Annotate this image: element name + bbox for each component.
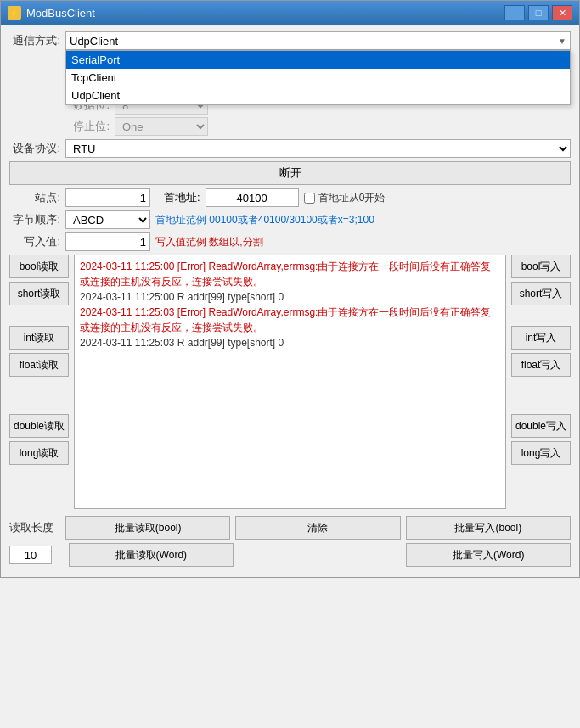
log-entry-2: 2024-03-11 11:25:03 [Error] ReadWordArra…: [80, 305, 500, 335]
bottom-area: 读取长度 批量读取(bool) 清除 批量写入(bool) 批量读取(Word)…: [9, 516, 571, 567]
byte-order-row: 字节顺序: ABCD 首地址范例 00100或者40100/30100或者x=3…: [9, 210, 571, 229]
main-operation-area: bool读取 short读取 int读取 float读取 double读取 lo…: [9, 255, 571, 509]
int-write-button[interactable]: int写入: [511, 326, 571, 350]
close-button[interactable]: ✕: [552, 5, 572, 20]
comm-dropdown-trigger[interactable]: UdpClient ▼: [65, 31, 571, 50]
int-read-button[interactable]: int读取: [9, 326, 69, 350]
batch-bool-write-button[interactable]: 批量写入(bool): [406, 516, 571, 540]
right-buttons: bool写入 short写入 int写入 float写入 double写入 lo…: [511, 255, 571, 509]
address-from-zero-checkbox[interactable]: [304, 193, 315, 204]
disconnect-button[interactable]: 断开: [9, 161, 571, 185]
write-hint: 写入值范例 数组以,分割: [155, 235, 263, 249]
batch-word-read-button[interactable]: 批量读取(Word): [69, 543, 234, 567]
stopbit-label: 停止位:: [69, 119, 110, 134]
read-length-input[interactable]: [9, 546, 52, 564]
address-input[interactable]: [206, 188, 299, 207]
comm-dropdown-arrow: ▼: [558, 36, 566, 46]
short-write-button[interactable]: short写入: [511, 282, 571, 305]
comm-selected-value: UdpClient: [70, 35, 118, 48]
long-read-button[interactable]: long读取: [9, 441, 69, 465]
address-label: 首地址:: [164, 190, 200, 205]
window-title: ModBusClient: [26, 7, 95, 20]
stopbit-select[interactable]: One: [115, 117, 208, 136]
content-area: 通信方式: UdpClient ▼ SerialPort TcpClient U…: [1, 25, 579, 577]
address-hint: 首地址范例 00100或者40100/30100或者x=3;100: [155, 213, 374, 227]
short-read-button[interactable]: short读取: [9, 282, 69, 305]
byte-order-label: 字节顺序:: [9, 212, 60, 227]
read-length-row: 读取长度 批量读取(bool) 清除 批量写入(bool): [9, 516, 571, 540]
write-value-input[interactable]: [65, 232, 150, 251]
write-value-label: 写入值:: [9, 234, 60, 249]
log-area[interactable]: 2024-03-11 11:25:00 [Error] ReadWordArra…: [74, 255, 506, 509]
comm-option-serialport[interactable]: SerialPort: [66, 51, 570, 69]
bool-read-button[interactable]: bool读取: [9, 255, 69, 278]
batch-word-write-button[interactable]: 批量写入(Word): [406, 543, 571, 567]
protocol-row: 设备协议: RTU: [9, 139, 571, 158]
read-length-label: 读取长度: [9, 520, 60, 535]
write-value-row: 写入值: 写入值范例 数组以,分割: [9, 232, 571, 251]
float-write-button[interactable]: float写入: [511, 353, 571, 377]
comm-label: 通信方式:: [9, 33, 60, 48]
double-write-button[interactable]: double写入: [511, 414, 571, 438]
double-read-button[interactable]: double读取: [9, 414, 69, 438]
main-window: ⚡ ModBusClient — □ ✕ 通信方式: UdpClient ▼ S…: [0, 0, 580, 578]
float-read-button[interactable]: float读取: [9, 353, 69, 377]
titlebar-left: ⚡ ModBusClient: [8, 6, 95, 20]
titlebar: ⚡ ModBusClient — □ ✕: [1, 1, 579, 25]
address-from-zero-label[interactable]: 首地址从0开始: [304, 191, 386, 205]
maximize-button[interactable]: □: [528, 5, 549, 20]
comm-option-udpclient[interactable]: UdpClient: [66, 87, 570, 104]
left-buttons: bool读取 short读取 int读取 float读取 double读取 lo…: [9, 255, 69, 509]
station-label: 站点:: [9, 190, 60, 205]
batch-bool-read-button[interactable]: 批量读取(bool): [65, 516, 230, 540]
byte-order-select[interactable]: ABCD: [65, 210, 150, 229]
titlebar-controls: — □ ✕: [504, 5, 572, 20]
comm-mode-row: 通信方式: UdpClient ▼ SerialPort TcpClient U…: [9, 31, 571, 50]
comm-dropdown-container: UdpClient ▼ SerialPort TcpClient UdpClie…: [65, 31, 571, 50]
minimize-button[interactable]: —: [504, 5, 525, 20]
comm-option-tcpclient[interactable]: TcpClient: [66, 69, 570, 87]
protocol-select[interactable]: RTU: [65, 139, 571, 158]
log-entry-0: 2024-03-11 11:25:00 [Error] ReadWordArra…: [80, 259, 500, 289]
log-entry-3: 2024-03-11 11:25:03 R addr[99] type[shor…: [80, 335, 500, 350]
clear-button[interactable]: 清除: [235, 516, 400, 540]
app-icon: ⚡: [8, 6, 21, 20]
comm-dropdown-list: SerialPort TcpClient UdpClient: [65, 50, 571, 105]
protocol-label: 设备协议:: [9, 141, 60, 156]
long-write-button[interactable]: long写入: [511, 441, 571, 465]
log-entry-1: 2024-03-11 11:25:00 R addr[99] type[shor…: [80, 289, 500, 305]
station-address-row: 站点: 首地址: 首地址从0开始: [9, 188, 571, 207]
address-from-zero-text: 首地址从0开始: [318, 191, 386, 205]
stopbit-row: 停止位: One: [69, 117, 208, 136]
station-input[interactable]: [65, 188, 150, 207]
batch-word-row: 批量读取(Word) 批量写入(Word): [9, 543, 571, 567]
bool-write-button[interactable]: bool写入: [511, 255, 571, 278]
